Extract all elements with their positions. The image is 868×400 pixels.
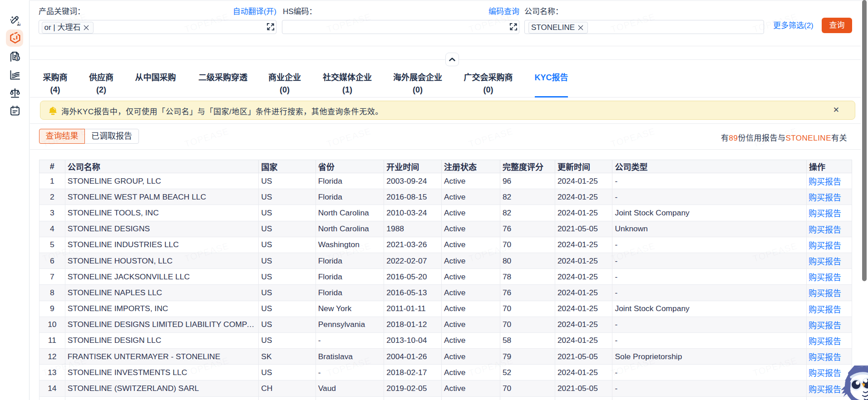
svg-text:AI: AI [17,23,20,26]
svg-text:TOPEASE: TOPEASE [468,126,514,149]
svg-text:TOPEASE: TOPEASE [183,126,230,149]
svg-text:$: $ [16,56,19,61]
svg-text:TOPEASE: TOPEASE [326,126,372,149]
svg-text:TOPEASE: TOPEASE [610,126,656,149]
